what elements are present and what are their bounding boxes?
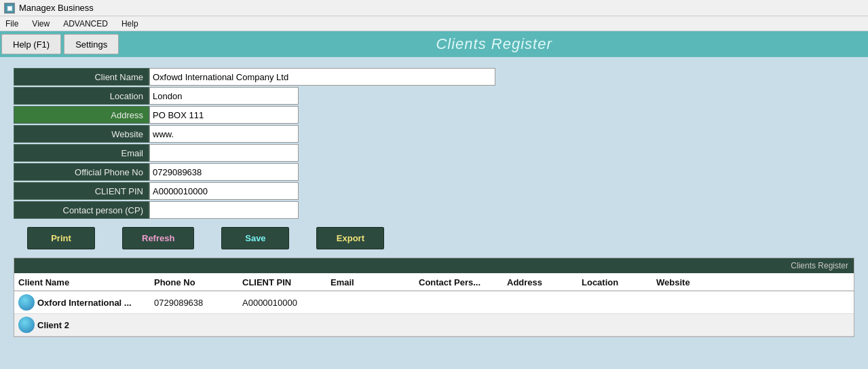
menu-bar: File View ADVANCED Help	[0, 16, 868, 31]
grid-cell-pin-1: A0000010000	[238, 295, 326, 311]
col-header-address: Address	[503, 277, 578, 287]
form-row-pin: CLIENT PIN	[14, 182, 854, 200]
col-header-pin: CLIENT PIN	[238, 277, 326, 287]
grid-columns: Client Name Phone No CLIENT PIN Email Co…	[14, 273, 854, 292]
label-pin: CLIENT PIN	[14, 182, 149, 200]
client-form: Client Name Location Address Website	[14, 68, 854, 219]
save-button[interactable]: Save	[221, 227, 289, 249]
form-row-email: Email	[14, 144, 854, 162]
app-icon: ▣	[4, 3, 15, 14]
label-contact-person: Contact person (CP)	[14, 201, 149, 219]
grid-cell-location-2	[578, 322, 652, 328]
grid-cell-location-1	[578, 300, 652, 305]
form-row-contact-person: Contact person (CP)	[14, 201, 854, 219]
main-content: Client Name Location Address Website	[0, 57, 868, 348]
print-button[interactable]: Print	[27, 227, 95, 249]
website-input[interactable]	[149, 125, 299, 143]
label-location: Location	[14, 87, 149, 105]
grid-rows: Oxford International ... 0729089638 A000…	[14, 292, 854, 336]
client-name-input[interactable]	[149, 68, 495, 86]
grid-cell-client-2: Client 2	[14, 314, 150, 336]
label-phone: Official Phone No	[14, 163, 149, 181]
table-row[interactable]: Oxford International ... 0729089638 A000…	[14, 292, 854, 314]
label-website: Website	[14, 125, 149, 143]
grid-section: Clients Register Client Name Phone No CL…	[14, 258, 854, 337]
page-title: Clients Register	[120, 31, 868, 57]
grid-cell-email-1	[326, 300, 415, 305]
top-toolbar: Help (F1) Settings Clients Register	[0, 31, 868, 57]
grid-cell-address-1	[503, 300, 578, 305]
title-bar: ▣ Managex Business	[0, 0, 868, 16]
col-header-email: Email	[326, 277, 415, 287]
grid-cell-website-1	[652, 300, 727, 305]
label-address: Address	[14, 106, 149, 124]
settings-button[interactable]: Settings	[64, 34, 119, 54]
contact-person-input[interactable]	[149, 201, 299, 219]
grid-cell-client-1: Oxford International ...	[14, 292, 150, 313]
form-row-phone: Official Phone No	[14, 163, 854, 181]
col-header-location: Location	[578, 277, 652, 287]
action-buttons: Print Refresh Save Export	[14, 227, 854, 249]
grid-cell-contact-2	[415, 322, 503, 328]
label-email: Email	[14, 144, 149, 162]
grid-cell-phone-2	[150, 322, 238, 328]
row-icon-2	[18, 317, 35, 333]
menu-file[interactable]: File	[3, 18, 21, 29]
grid-cell-contact-1	[415, 300, 503, 305]
form-row-location: Location	[14, 87, 854, 105]
label-client-name: Client Name	[14, 68, 149, 86]
grid-cell-website-2	[652, 322, 727, 328]
grid-cell-pin-2	[238, 322, 326, 328]
help-button[interactable]: Help (F1)	[1, 34, 61, 54]
col-header-phone: Phone No	[150, 277, 238, 287]
grid-cell-address-2	[503, 322, 578, 328]
location-input[interactable]	[149, 87, 299, 105]
table-row[interactable]: Client 2	[14, 314, 854, 336]
title-bar-text: Managex Business	[19, 3, 94, 13]
phone-input[interactable]	[149, 163, 299, 181]
export-button[interactable]: Export	[316, 227, 384, 249]
form-row-client-name: Client Name	[14, 68, 854, 86]
client-name-cell-2: Client 2	[37, 320, 69, 330]
col-header-contact: Contact Pers...	[415, 277, 503, 287]
menu-view[interactable]: View	[29, 18, 52, 29]
col-header-website: Website	[652, 277, 727, 287]
grid-cell-email-2	[326, 322, 415, 328]
form-row-website: Website	[14, 125, 854, 143]
client-pin-input[interactable]	[149, 182, 299, 200]
row-icon-1	[18, 294, 35, 311]
refresh-button[interactable]: Refresh	[122, 227, 194, 249]
address-input[interactable]	[149, 106, 299, 124]
form-row-address: Address	[14, 106, 854, 124]
col-header-client-name: Client Name	[14, 277, 150, 287]
grid-header-bar: Clients Register	[14, 258, 854, 273]
menu-help[interactable]: Help	[119, 18, 141, 29]
grid-cell-phone-1: 0729089638	[150, 295, 238, 311]
menu-advanced[interactable]: ADVANCED	[60, 18, 111, 29]
email-input[interactable]	[149, 144, 299, 162]
client-name-cell-1: Oxford International ...	[37, 298, 132, 308]
